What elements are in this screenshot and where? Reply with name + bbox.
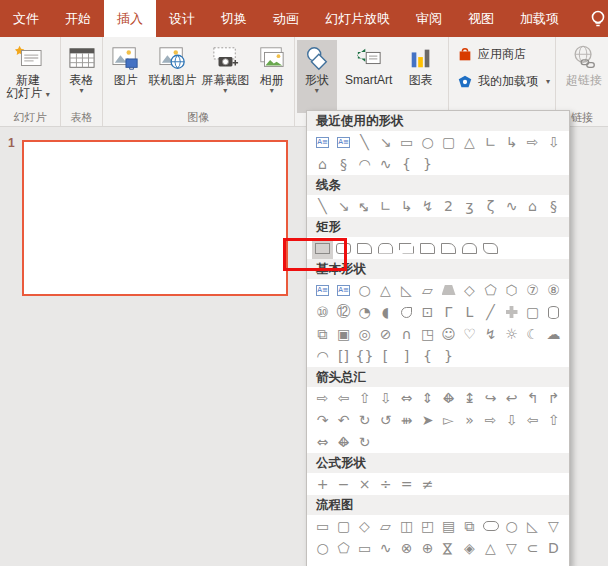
shape-donut[interactable]: ◎ bbox=[354, 324, 375, 345]
shape-left-arrow[interactable]: ⇦ bbox=[333, 388, 354, 409]
photo-album-dropdown-arrow[interactable]: ▾ bbox=[270, 87, 274, 95]
shape-extract[interactable]: △ bbox=[480, 538, 501, 559]
shape-right-brace[interactable]: } bbox=[417, 154, 438, 175]
shape-document[interactable]: ▤ bbox=[438, 516, 459, 537]
shape-round-single-corner-rectangle[interactable] bbox=[438, 238, 459, 259]
shape-trapezoid[interactable] bbox=[438, 280, 459, 301]
hyperlink-button[interactable]: 超链接 bbox=[562, 40, 606, 87]
shape-curved-arrow-connector[interactable]: ʒ bbox=[459, 196, 480, 217]
shape-collate[interactable]: ⋈ bbox=[438, 538, 459, 559]
shape-vertical-text-box[interactable]: A≡ bbox=[333, 280, 354, 301]
screenshot-button[interactable]: 屏幕截图 ▾ bbox=[200, 40, 250, 95]
shape-chevron[interactable]: » bbox=[459, 410, 480, 431]
shape-text-box[interactable]: A≡ bbox=[312, 280, 333, 301]
shape-connector[interactable]: ○ bbox=[312, 538, 333, 559]
shape-no-symbol[interactable]: ⊘ bbox=[375, 324, 396, 345]
shape-ellipse[interactable]: ○ bbox=[501, 516, 522, 537]
shape-parallelogram[interactable]: ▱ bbox=[417, 280, 438, 301]
shape-direct-access-storage[interactable]: ◫ bbox=[354, 560, 375, 566]
tab-transitions[interactable]: 切换 bbox=[208, 0, 260, 37]
shape-summing-junction[interactable]: ⊗ bbox=[396, 538, 417, 559]
shape-snip-diagonal-corner-rectangle[interactable] bbox=[396, 238, 417, 259]
shape-diagonal-stripe[interactable]: ╱ bbox=[480, 302, 501, 323]
shape-delay[interactable]: D bbox=[543, 538, 564, 559]
app-store-button[interactable]: 应用商店 bbox=[457, 46, 550, 63]
shape-cross[interactable] bbox=[501, 302, 522, 323]
pictures-button[interactable]: 图片 bbox=[107, 40, 145, 87]
shape-left-right-arrow[interactable]: ⇔ bbox=[396, 388, 417, 409]
shape-cube[interactable]: ⧉ bbox=[312, 324, 333, 345]
shape-oval[interactable]: ○ bbox=[354, 280, 375, 301]
shape-left-brace[interactable]: { bbox=[417, 346, 438, 367]
tab-file[interactable]: 文件 bbox=[0, 0, 52, 37]
shape-elbow-connector[interactable]: ∟ bbox=[480, 132, 501, 153]
shape-lightning-bolt[interactable]: ↯ bbox=[480, 324, 501, 345]
shape-left-right-arrow-callout[interactable]: ⇔ bbox=[312, 432, 333, 453]
shape-chord[interactable]: ◖ bbox=[375, 302, 396, 323]
shape-disk[interactable]: ▭ bbox=[333, 560, 354, 566]
shape-plaque[interactable]: ▢ bbox=[522, 302, 543, 323]
shape-half-frame[interactable]: Γ bbox=[438, 302, 459, 323]
shape-double-bracket[interactable]: [] bbox=[333, 346, 354, 367]
shape-down-arrow[interactable]: ⇩ bbox=[375, 388, 396, 409]
shape-left-bracket[interactable]: [ bbox=[375, 346, 396, 367]
shape-bent-arrow[interactable]: ↪ bbox=[480, 388, 501, 409]
shape-punched-tape[interactable]: ∿ bbox=[375, 538, 396, 559]
shape-rounded-rectangle[interactable]: ▢ bbox=[438, 132, 459, 153]
shape-elbow-connector[interactable]: ∟ bbox=[375, 196, 396, 217]
screenshot-dropdown-arrow[interactable]: ▾ bbox=[223, 87, 227, 95]
shape-down-arrow-callout[interactable]: ⇩ bbox=[501, 410, 522, 431]
shape-freeform[interactable]: ⌂ bbox=[522, 196, 543, 217]
shape-left-up-arrow[interactable]: ↰ bbox=[522, 388, 543, 409]
shape-isosceles-triangle[interactable]: △ bbox=[375, 280, 396, 301]
tab-animations[interactable]: 动画 bbox=[260, 0, 312, 37]
shape-curve[interactable]: ∿ bbox=[501, 196, 522, 217]
photo-album-button[interactable]: 相册 ▾ bbox=[254, 40, 290, 95]
shape-terminator[interactable] bbox=[480, 516, 501, 537]
shape-not-equal-sign[interactable]: ≠ bbox=[417, 474, 438, 495]
shape-curved-up-arrow[interactable]: ↺ bbox=[375, 410, 396, 431]
shape-left-arrow-callout[interactable]: ⇦ bbox=[522, 410, 543, 431]
shape-predefined-process[interactable]: ◫ bbox=[396, 516, 417, 537]
shape-sort[interactable]: ◈ bbox=[459, 538, 480, 559]
shape-merge[interactable]: ▽ bbox=[501, 538, 522, 559]
shape-internal-storage[interactable]: ◰ bbox=[417, 516, 438, 537]
shape-rectangle[interactable]: ▭ bbox=[396, 132, 417, 153]
shape-display[interactable]: ◖ bbox=[375, 560, 396, 566]
my-addins-button[interactable]: 我的加载项 ▾ bbox=[457, 73, 550, 90]
shape-arc[interactable]: ◠ bbox=[312, 346, 333, 367]
shape-left-brace[interactable]: { bbox=[396, 154, 417, 175]
shape-dodecagon[interactable]: ⑫ bbox=[333, 302, 354, 323]
shape-hexagon[interactable]: ⬡ bbox=[501, 280, 522, 301]
shape-multidocument[interactable]: ⧉ bbox=[459, 516, 480, 537]
table-dropdown-arrow[interactable]: ▾ bbox=[79, 87, 83, 95]
shape-scribble[interactable]: § bbox=[543, 196, 564, 217]
shape-up-arrow[interactable]: ⇧ bbox=[354, 388, 375, 409]
shape-curved-double-arrow-connector[interactable]: ζ bbox=[480, 196, 501, 217]
shape-up-arrow-callout[interactable]: ⇧ bbox=[543, 410, 564, 431]
shape-right-arrow[interactable]: ⇨ bbox=[312, 388, 333, 409]
shape-line[interactable]: ╲ bbox=[354, 132, 375, 153]
tab-view[interactable]: 视图 bbox=[455, 0, 507, 37]
shape-u-turn-arrow[interactable]: ↩ bbox=[501, 388, 522, 409]
shape-plus-sign[interactable]: + bbox=[312, 474, 333, 495]
tab-design[interactable]: 设计 bbox=[156, 0, 208, 37]
shape-down-arrow[interactable]: ⇩ bbox=[543, 132, 564, 153]
shape-striped-right-arrow[interactable]: ⇻ bbox=[396, 410, 417, 431]
shape-quad-arrow[interactable]: ↔ bbox=[438, 388, 459, 409]
shape-right-arrow-callout[interactable]: ⇨ bbox=[480, 410, 501, 431]
shape-folded-corner[interactable]: ◳ bbox=[417, 324, 438, 345]
shape-round-same-side-corner-rectangle[interactable] bbox=[459, 238, 480, 259]
shape-sun[interactable]: ☼ bbox=[501, 324, 522, 345]
shape-decagon[interactable]: ⑩ bbox=[312, 302, 333, 323]
shape-manual-operation[interactable]: ▽ bbox=[543, 516, 564, 537]
shape-scribble[interactable]: § bbox=[333, 154, 354, 175]
shape-cloud[interactable]: ☁ bbox=[543, 324, 564, 345]
shape-right-brace[interactable]: } bbox=[438, 346, 459, 367]
shape-card[interactable]: ▭ bbox=[354, 538, 375, 559]
shape-bent-up-arrow[interactable]: ↱ bbox=[543, 388, 564, 409]
shape-corner[interactable]: L bbox=[459, 302, 480, 323]
new-slide-dropdown-arrow[interactable]: ▾ bbox=[46, 90, 50, 99]
shape-freeform[interactable]: ⌂ bbox=[312, 154, 333, 175]
shape-multiplication-sign[interactable]: × bbox=[354, 474, 375, 495]
